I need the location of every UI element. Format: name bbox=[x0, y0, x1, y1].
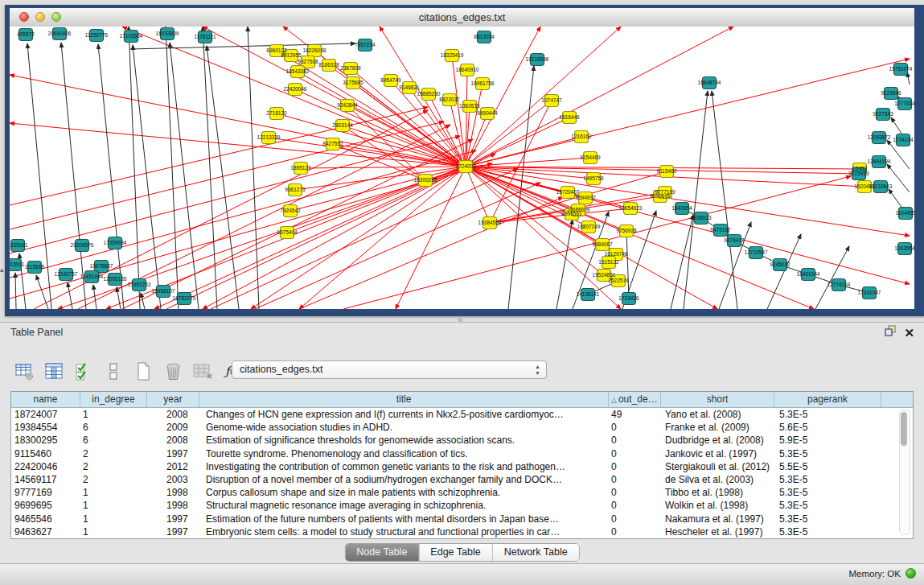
table-cell[interactable]: 2 bbox=[80, 460, 147, 473]
table-cell[interactable]: 1 bbox=[80, 499, 147, 512]
table-cell[interactable]: 0 bbox=[609, 499, 661, 512]
table-cell[interactable]: 5.5E-5 bbox=[774, 460, 881, 473]
table-cell[interactable]: Changes of HCN gene expression and I(f) … bbox=[199, 408, 609, 421]
tab-network-table[interactable]: Network Table bbox=[492, 544, 579, 561]
table-cell[interactable]: 5.3E-5 bbox=[774, 473, 881, 486]
new-column-button[interactable] bbox=[132, 360, 154, 382]
sash-arrow-icon[interactable]: ▴ bbox=[0, 266, 4, 274]
scrollbar-thumb[interactable] bbox=[901, 412, 907, 446]
column-header-in-degree[interactable]: in_degree bbox=[80, 392, 147, 407]
table-cell[interactable]: 19384554 bbox=[11, 421, 80, 434]
table-cell[interactable]: 6 bbox=[80, 434, 147, 447]
table-cell[interactable]: Disruption of a novel member of a sodium… bbox=[199, 473, 609, 486]
table-cell[interactable]: 6 bbox=[80, 421, 147, 434]
table-row[interactable]: 911546021997Tourette syndrome. Phenomeno… bbox=[11, 447, 913, 460]
table-mode-button[interactable] bbox=[13, 360, 35, 382]
table-cell[interactable]: 18300295 bbox=[11, 434, 80, 447]
column-header-short[interactable]: short bbox=[661, 392, 774, 407]
table-cell[interactable]: 9777169 bbox=[11, 486, 80, 499]
table-vertical-scrollbar[interactable] bbox=[899, 410, 910, 535]
memory-status[interactable]: Memory: OK bbox=[848, 568, 916, 579]
table-row[interactable]: 969969511998Structural magnetic resonanc… bbox=[11, 499, 913, 512]
float-window-icon[interactable] bbox=[885, 325, 896, 340]
column-header-name[interactable]: name bbox=[11, 392, 80, 407]
table-cell[interactable]: 2 bbox=[80, 447, 147, 460]
table-cell[interactable]: 5.3E-5 bbox=[774, 408, 881, 421]
table-cell[interactable]: 0 bbox=[609, 525, 661, 538]
table-cell[interactable]: 2 bbox=[80, 473, 147, 486]
table-cell[interactable]: 0 bbox=[609, 434, 661, 447]
table-cell[interactable]: de Silva et al. (2003) bbox=[661, 473, 774, 486]
table-row[interactable]: 946362711997Embryonic stem cells: a mode… bbox=[11, 525, 913, 538]
table-row[interactable]: 1938455462009Genome-wide association stu… bbox=[11, 421, 913, 434]
table-cell[interactable]: 14569117 bbox=[11, 473, 80, 486]
table-cell[interactable]: Yano et al. (2008) bbox=[661, 408, 774, 421]
table-cell[interactable]: 0 bbox=[609, 486, 661, 499]
table-cell[interactable]: 2008 bbox=[147, 434, 199, 447]
table-cell[interactable]: 1998 bbox=[147, 499, 199, 512]
table-cell[interactable]: 2009 bbox=[147, 421, 199, 434]
close-panel-icon[interactable]: ✕ bbox=[904, 327, 914, 339]
table-cell[interactable]: 0 bbox=[609, 447, 661, 460]
table-cell[interactable]: 49 bbox=[609, 408, 661, 421]
table-cell[interactable]: 1997 bbox=[147, 513, 199, 525]
table-cell[interactable]: 0 bbox=[609, 513, 661, 525]
table-row[interactable]: 1830029562008Estimation of significance … bbox=[11, 434, 913, 447]
table-cell[interactable]: 5.3E-5 bbox=[774, 486, 881, 499]
network-window-titlebar[interactable]: citations_edges.txt bbox=[10, 8, 914, 27]
table-cell[interactable]: 0 bbox=[609, 421, 661, 434]
table-cell[interactable]: Dudbridge et al. (2008) bbox=[661, 434, 774, 447]
table-cell[interactable]: 9463627 bbox=[11, 525, 80, 538]
delete-column-button[interactable] bbox=[162, 360, 184, 382]
table-row[interactable]: 946554611997Estimation of the future num… bbox=[11, 513, 913, 525]
table-cell[interactable]: Wolkin et al. (1998) bbox=[661, 499, 774, 512]
table-cell[interactable]: 0 bbox=[609, 473, 661, 486]
table-cell[interactable]: Corpus callosum shape and size in male p… bbox=[199, 486, 609, 499]
table-cell[interactable]: 1997 bbox=[147, 525, 199, 538]
table-cell[interactable]: 22420046 bbox=[11, 460, 80, 473]
table-cell[interactable]: 0 bbox=[609, 460, 661, 473]
table-cell[interactable]: Franke et al. (2009) bbox=[661, 421, 774, 434]
table-cell[interactable]: Estimation of significance thresholds fo… bbox=[199, 434, 609, 447]
table-cell[interactable]: 5.3E-5 bbox=[774, 525, 881, 538]
table-cell[interactable]: 5.9E-5 bbox=[774, 434, 881, 447]
table-cell[interactable]: 1998 bbox=[147, 486, 199, 499]
column-header-out-de-[interactable]: △out_de… bbox=[609, 392, 661, 407]
table-cell[interactable]: 5.3E-5 bbox=[774, 499, 881, 512]
select-columns-button[interactable] bbox=[72, 360, 95, 382]
tab-edge-table[interactable]: Edge Table bbox=[418, 544, 491, 561]
table-cell[interactable]: 1 bbox=[80, 525, 147, 538]
table-cell[interactable]: Structural magnetic resonance image aver… bbox=[199, 499, 609, 512]
column-header-pagerank[interactable]: pagerank bbox=[774, 392, 881, 407]
table-cell[interactable]: Nakamura et al. (1997) bbox=[661, 513, 774, 525]
table-cell[interactable]: 5.6E-5 bbox=[774, 421, 881, 434]
table-select-dropdown[interactable]: citations_edges.txt ▲▼ bbox=[232, 360, 547, 379]
table-cell[interactable]: Investigating the contribution of common… bbox=[199, 460, 609, 473]
table-cell[interactable]: 18724007 bbox=[11, 408, 80, 421]
table-cell[interactable]: 2012 bbox=[147, 460, 199, 473]
table-cell[interactable]: 9115460 bbox=[11, 447, 80, 460]
table-cell[interactable]: Jankovic et al. (1997) bbox=[661, 447, 774, 460]
table-cell[interactable]: Genome-wide association studies in ADHD. bbox=[199, 421, 609, 434]
show-columns-button[interactable] bbox=[43, 360, 65, 382]
column-header-title[interactable]: title bbox=[199, 392, 609, 407]
table-cell[interactable]: Hescheler et al. (1997) bbox=[661, 525, 774, 538]
table-cell[interactable]: 1 bbox=[80, 513, 147, 525]
table-cell[interactable]: 2003 bbox=[147, 473, 199, 486]
table-cell[interactable]: 9465546 bbox=[11, 513, 80, 525]
table-cell[interactable]: 1997 bbox=[147, 447, 199, 460]
table-cell[interactable]: 9699695 bbox=[11, 499, 80, 512]
table-cell[interactable]: 5.3E-5 bbox=[774, 513, 881, 525]
table-row[interactable]: 1872400712008Changes of HCN gene express… bbox=[11, 408, 913, 421]
table-cell[interactable]: Embryonic stem cells: a model to study s… bbox=[199, 525, 609, 538]
table-cell[interactable]: 2008 bbox=[147, 408, 199, 421]
table-cell[interactable]: Estimation of the future numbers of pati… bbox=[199, 513, 609, 525]
table-row[interactable]: 977716911998Corpus callosum shape and si… bbox=[11, 486, 913, 499]
table-row[interactable]: 2242004622012Investigating the contribut… bbox=[11, 460, 913, 473]
column-header-year[interactable]: year bbox=[147, 392, 199, 407]
row-height-button[interactable] bbox=[102, 360, 125, 382]
table-cell[interactable]: 5.3E-5 bbox=[774, 447, 881, 460]
tab-node-table[interactable]: Node Table bbox=[345, 544, 418, 561]
table-cell[interactable]: Tibbo et al. (1998) bbox=[661, 486, 774, 499]
table-cell[interactable]: Stergiakouli et al. (2012) bbox=[661, 460, 774, 473]
